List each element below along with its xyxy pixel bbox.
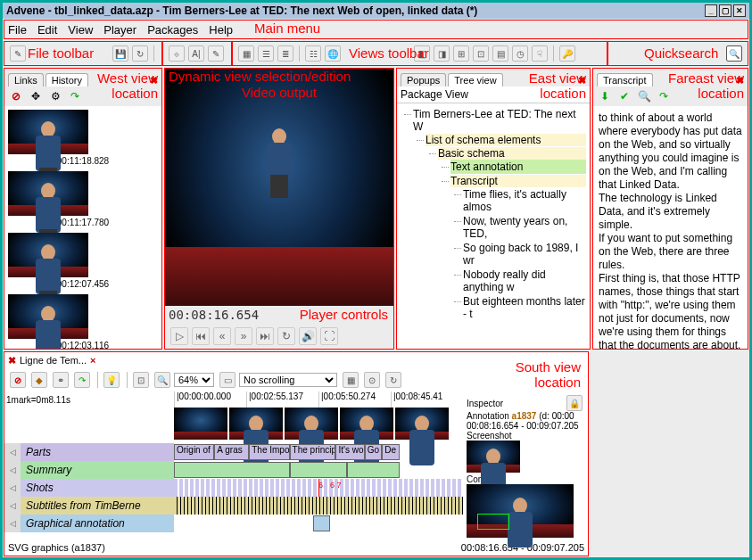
clear-history-icon[interactable]: ⊘ [8,88,24,104]
tl-relations-icon[interactable]: ⚭ [53,372,69,388]
insp-screenshot-label: Screenshot [467,431,584,441]
v2-icon[interactable]: ◨ [434,45,450,62]
tl-zoom-icon[interactable]: 🔍 [154,372,170,388]
track-subtitles[interactable]: Subtitles from TimBerne [21,497,174,515]
menu-player[interactable]: Player [103,23,136,37]
track-row-parts: Origin of t A gras The Impo The princip … [174,443,463,461]
history-item[interactable]: 00:11:17.780 [8,171,158,227]
tl-fit-icon[interactable]: ⊡ [133,372,149,388]
track-labels: 1mark=0m8.11s ◁Parts ◁Summary ◁Shots ◁Su… [4,391,174,539]
annot-quicksearch: Quicksearch [644,45,718,61]
track-toggle[interactable]: ◁ [4,515,21,532]
tab-close-x[interactable]: × [90,355,95,366]
tab-treeview[interactable]: Tree view [448,73,502,86]
status-left: SVG graphics (a1837) [8,542,105,553]
tl-hint-icon[interactable]: 💡 [103,372,120,388]
player-controls: ▷ ⏮ « » ⏭ ↻ 🔊 ⛶ [165,324,393,349]
video-output[interactable]: Video output [165,69,393,306]
track-toggle[interactable]: ◁ [4,497,21,515]
south-tab[interactable]: Ligne de Tem... [20,355,87,366]
insp-content-thumb [467,484,574,538]
main-menu: File Edit View Player Packages Help Main… [4,20,748,39]
play-button[interactable]: ▷ [170,327,188,345]
map-icon[interactable]: ⊞ [453,45,469,62]
history-list: 00:11:18.828 00:11:17.780 00:12:07.456 0… [4,106,161,349]
tl-grid-icon[interactable]: ▦ [343,372,359,388]
hand-icon[interactable]: ☟ [532,45,548,62]
close-south-tab[interactable]: ✖ [8,355,16,366]
file-toolbar: ✎ File toolbar 💾 ↻ [4,41,162,66]
close-button[interactable]: ✕ [733,4,746,17]
tl-snap-icon[interactable]: ⊙ [364,372,380,388]
key-icon[interactable]: 🔑 [559,45,575,62]
inspect-icon[interactable]: ⊡ [473,45,489,62]
rewind-button[interactable]: « [213,327,231,345]
history-item[interactable]: 00:11:18.828 [8,110,158,166]
scroll-mode-select[interactable]: No scrolling [239,373,337,387]
settings-icon[interactable]: ⚙ [47,88,63,104]
tab-history[interactable]: History [45,73,88,86]
track-canvas[interactable]: |00:00:00.000|00:02:55.137|00:05:50.274|… [174,391,463,539]
close-west-tab[interactable]: ✖ [146,75,161,86]
go-icon[interactable]: ↷ [67,88,83,104]
prev-frame-button[interactable]: ⏮ [192,327,210,345]
fullscreen-button[interactable]: ⛶ [320,327,338,345]
track-toggle[interactable]: ◁ [4,443,21,461]
text-icon[interactable]: A| [188,45,204,62]
south-panel: South viewlocation ✖ Ligne de Tem... × ⊘… [4,351,589,556]
menu-edit[interactable]: Edit [37,23,57,37]
tab-popups[interactable]: Popups [401,73,446,86]
tl-clear-icon[interactable]: ⊘ [10,372,26,388]
tree-icon[interactable]: ☷ [305,45,321,62]
history-item[interactable]: 00:12:07.456 [8,233,158,289]
web-icon[interactable]: 🌐 [325,45,341,62]
v1-icon[interactable]: ◧ [414,45,430,62]
annot-file-toolbar: File toolbar [28,45,94,61]
tab-links[interactable]: Links [8,73,44,86]
table-icon[interactable]: ▤ [492,45,508,62]
link-icon[interactable]: ⟐ [169,45,185,62]
track-graphical[interactable]: Graphical annotation [21,515,174,532]
track-toggle[interactable]: ◁ [4,461,21,479]
reload-icon[interactable]: ↻ [132,45,148,62]
maximize-button[interactable]: ▢ [719,4,731,17]
timeline-icon[interactable]: ☰ [258,45,274,62]
tl-reload-icon[interactable]: ↻ [385,372,401,388]
app-title: Advene - tbl_linked_data.azp - Tim Berne… [6,4,477,17]
menu-packages[interactable]: Packages [147,23,198,37]
menu-view[interactable]: View [68,23,93,37]
loop-button[interactable]: ↻ [277,327,295,345]
close-east-tab[interactable]: ✖ [574,75,590,86]
tl-zoomfit-icon[interactable]: ▭ [219,372,236,388]
tl-mark-icon[interactable]: ◆ [31,372,47,388]
save-icon[interactable]: 💾 [112,45,128,62]
history-item[interactable]: 00:12:03.116 [8,294,158,349]
nav-icon[interactable]: ✥ [28,88,44,104]
zoom-select[interactable]: 64% [174,373,214,387]
titlebar: Advene - tbl_linked_data.azp - Tim Berne… [3,3,749,19]
volume-button[interactable]: 🔊 [299,327,317,345]
next-frame-button[interactable]: ⏭ [256,327,274,345]
fareast-overlay [592,67,748,555]
menu-file[interactable]: File [8,23,27,37]
track-parts[interactable]: Parts [21,443,174,461]
west-panel: West viewlocation Links History ✖ ⊘ ✥ ⚙ … [4,68,162,350]
track-toggle[interactable]: ◁ [4,479,21,497]
new-icon[interactable]: ✎ [10,45,26,62]
toolbar-row: ✎ File toolbar 💾 ↻ ⟐ A| ✎ ▦ ☰ ≣ ☷ 🌐 View… [4,41,748,66]
minimize-button[interactable]: _ [705,4,717,17]
track-shots[interactable]: Shots [21,479,174,497]
forward-button[interactable]: » [235,327,252,345]
pen-icon[interactable]: ✎ [208,45,224,62]
search-icon[interactable]: 🔍 [726,45,742,62]
insp-annotation: Annotation a1837 (d: 00:00 [467,411,584,421]
clock-icon[interactable]: ◷ [512,45,528,62]
tl-refresh-icon[interactable]: ↷ [74,372,90,388]
tree-view[interactable]: Tim Berners-Lee at TED: The next W List … [397,103,590,349]
lock-icon[interactable]: 🔒 [566,395,583,411]
transcript-icon[interactable]: ≣ [277,45,293,62]
annot-main-menu: Main menu [254,21,320,36]
menu-help[interactable]: Help [209,23,233,37]
track-summary[interactable]: Summary [21,461,174,479]
grid-icon[interactable]: ▦ [238,45,254,62]
